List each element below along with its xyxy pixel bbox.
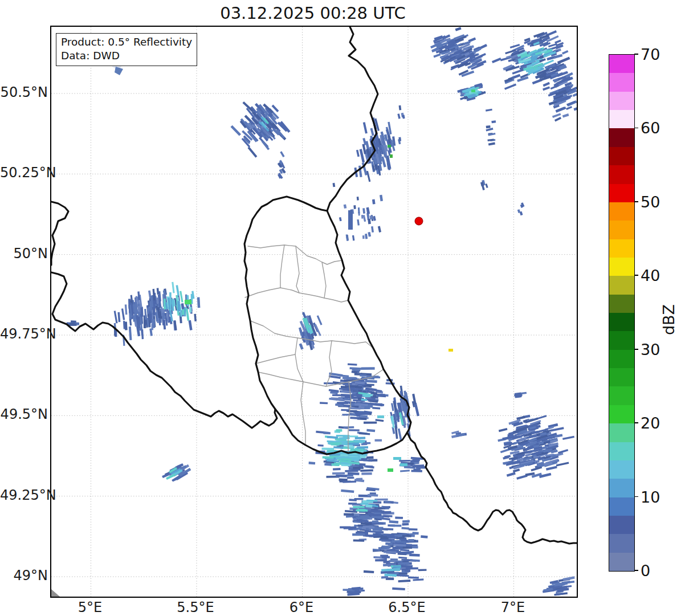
scan-edge-corner-artifact xyxy=(51,589,60,597)
lon-tick-label: 5.5°E xyxy=(161,599,230,615)
colorbar-segment xyxy=(609,534,634,552)
colorbar-tick-label: 40 xyxy=(641,267,660,284)
colorbar-segment xyxy=(609,165,634,183)
map-svg xyxy=(51,27,577,597)
radar-site-marker xyxy=(415,217,423,225)
colorbar-tick-mark xyxy=(634,201,638,202)
product-line: Product: 0.5° Reflectivity xyxy=(61,35,192,49)
colorbar-segment xyxy=(609,258,634,276)
lat-tick-label: 50.5°N xyxy=(0,84,48,100)
lat-tick-label: 50°N xyxy=(0,246,48,262)
colorbar-segment xyxy=(609,239,634,258)
colorbar-segment xyxy=(609,202,634,221)
colorbar-segment xyxy=(609,553,634,571)
colorbar-tick-mark xyxy=(634,54,638,55)
colorbar-segment xyxy=(609,460,634,479)
lat-tick-label: 50.25°N xyxy=(0,165,48,181)
page-title: 03.12.2025 00:28 UTC xyxy=(50,3,576,23)
colorbar-segment xyxy=(609,368,634,386)
colorbar-segment xyxy=(609,313,634,331)
country-borders xyxy=(51,27,577,544)
product-info-box: Product: 0.5° Reflectivity Data: DWD xyxy=(56,33,197,66)
colorbar xyxy=(609,54,635,572)
colorbar-tick-mark xyxy=(634,128,638,129)
colorbar-tick-mark xyxy=(634,496,638,497)
colorbar-segment xyxy=(609,350,634,368)
colorbar-segment xyxy=(609,55,634,73)
colorbar-segment xyxy=(609,128,634,146)
colorbar-segment xyxy=(609,423,634,442)
colorbar-segment xyxy=(609,386,634,405)
colorbar-segment xyxy=(609,110,634,128)
colorbar-segment xyxy=(609,331,634,349)
colorbar-tick-label: 70 xyxy=(641,46,660,63)
admin-borders xyxy=(245,245,384,453)
lon-tick-label: 6.5°E xyxy=(373,599,441,615)
lat-tick-label: 49.5°N xyxy=(0,406,48,422)
colorbar-tick-mark xyxy=(634,275,638,276)
colorbar-tick-label: 0 xyxy=(641,562,650,580)
colorbar-segment xyxy=(609,497,634,516)
colorbar-segment xyxy=(609,516,634,534)
colorbar-tick-label: 50 xyxy=(641,193,660,210)
colorbar-tick-mark xyxy=(634,570,638,571)
lon-tick-label: 5°E xyxy=(56,599,124,615)
colorbar-axis-label: dBZ xyxy=(643,294,685,345)
radar-map-canvas: 03.12.2025 00:28 UTC Product: 0.5° Refle… xyxy=(0,0,685,616)
colorbar-segment xyxy=(609,147,634,165)
colorbar-tick-label: 20 xyxy=(641,414,660,432)
colorbar-tick-mark xyxy=(634,422,638,423)
data-source-line: Data: DWD xyxy=(61,49,192,63)
colorbar-segment xyxy=(609,221,634,239)
map-plot-area: Product: 0.5° Reflectivity Data: DWD xyxy=(50,26,578,598)
colorbar-segment xyxy=(609,92,634,110)
lat-tick-label: 49.25°N xyxy=(0,487,48,503)
lat-tick-label: 49.75°N xyxy=(0,326,48,342)
lon-tick-label: 7°E xyxy=(479,599,547,615)
colorbar-segment xyxy=(609,184,634,202)
colorbar-tick-label: 10 xyxy=(641,488,660,505)
radar-echo-layer xyxy=(67,27,577,595)
lat-tick-label: 49°N xyxy=(0,568,48,584)
colorbar-segment xyxy=(609,295,634,313)
colorbar-segment xyxy=(609,405,634,423)
colorbar-tick-mark xyxy=(634,349,638,350)
colorbar-segment xyxy=(609,442,634,460)
lon-tick-label: 6°E xyxy=(267,599,336,615)
colorbar-segment xyxy=(609,73,634,91)
colorbar-segment xyxy=(609,276,634,294)
echo-highlight-pixels xyxy=(185,89,475,571)
colorbar-tick-label: 60 xyxy=(641,119,660,137)
colorbar-segment xyxy=(609,479,634,497)
